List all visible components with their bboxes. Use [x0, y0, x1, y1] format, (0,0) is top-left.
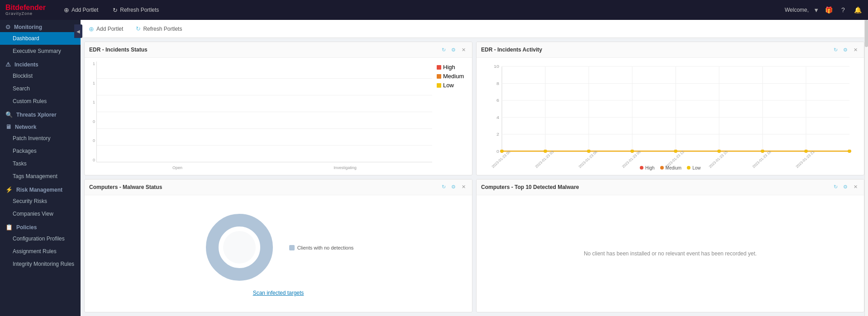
sidebar-section-risk-management[interactable]: ⚡ Risk Management [0, 183, 81, 195]
sidebar-item-integrity-monitoring-rules[interactable]: Integrity Monitoring Rules [0, 258, 81, 270]
scan-link-container: Scan infected targets [253, 289, 304, 296]
sidebar-section-incidents[interactable]: ⚠ Incidents [0, 57, 81, 70]
portlets-grid: EDR - Incidents Status ↻ ⚙ ✕ 1 1 1 [81, 38, 868, 316]
svg-point-45 [804, 150, 807, 153]
svg-text:2023-01-23 15: 2023-01-23 15 [708, 150, 729, 169]
add-portlet-content-button[interactable]: ⊕ Add Portlet [86, 24, 126, 34]
sidebar-item-blocklist[interactable]: Blocklist [0, 70, 81, 82]
refresh-portlet-edr-incidents-activity[interactable]: ↻ [831, 46, 839, 54]
xaxis-labels: Open Investigating [97, 165, 432, 170]
activity-legend-high: High [640, 165, 655, 170]
donut-svg [203, 211, 276, 283]
no-data-text: No client has been installed or no relev… [584, 250, 757, 257]
sidebar-section-network[interactable]: 🖥 Network [0, 120, 81, 132]
add-portlet-content-label: Add Portlet [96, 26, 123, 32]
scrollbar-thumb[interactable] [865, 20, 868, 47]
gift-icon[interactable]: 🎁 [824, 5, 834, 15]
bell-icon[interactable]: 🔔 [853, 5, 863, 15]
portlet-computers-malware-status: Computers - Malware Status ↻ ⚙ ✕ [84, 179, 472, 313]
sidebar-section-threats-xplorer[interactable]: 🔍 Threats Xplorer [0, 108, 81, 120]
sidebar-item-patch-inventory[interactable]: Patch Inventory [0, 132, 81, 145]
refresh-portlets-content-button[interactable]: ↻ Refresh Portlets [133, 24, 185, 34]
monitoring-icon: ⊙ [5, 24, 10, 30]
sidebar-item-tasks[interactable]: Tasks [0, 157, 81, 170]
help-icon[interactable]: ? [838, 5, 848, 15]
main-content: ⊕ Add Portlet ↻ Refresh Portlets EDR - I… [81, 20, 868, 316]
portlet-body-computers-top10-malware: No client has been installed or no relev… [477, 195, 864, 312]
svg-text:0: 0 [496, 149, 499, 154]
refresh-portlet-computers-malware-status[interactable]: ↻ [439, 183, 448, 191]
refresh-portlet-computers-top10-malware[interactable]: ↻ [831, 183, 839, 191]
policies-icon: 📋 [5, 224, 13, 231]
svg-point-38 [500, 150, 503, 153]
close-portlet-edr-incidents-activity[interactable]: ✕ [851, 46, 859, 54]
malware-legend-no-detections: Clients with no detections [289, 245, 354, 250]
svg-text:2023-01-23 00: 2023-01-23 00 [491, 150, 512, 169]
settings-portlet-computers-top10-malware[interactable]: ⚙ [841, 183, 849, 191]
edr-status-chart: 1 1 1 0 0 0 [88, 61, 468, 171]
refresh-portlets-content-label: Refresh Portlets [143, 26, 182, 32]
sidebar-item-configuration-profiles[interactable]: Configuration Profiles [0, 232, 81, 245]
sidebar-item-dashboard[interactable]: Dashboard [0, 32, 81, 45]
portlet-header-computers-top10-malware: Computers - Top 10 Detected Malware ↻ ⚙ … [477, 179, 864, 195]
scan-infected-targets-link[interactable]: Scan infected targets [253, 290, 304, 296]
sidebar-item-executive-summary[interactable]: Executive Summary [0, 45, 81, 57]
svg-point-42 [674, 150, 677, 153]
scrollbar-track [864, 20, 868, 316]
portlet-body-edr-incidents-status: 1 1 1 0 0 0 [85, 58, 472, 175]
risk-icon: ⚡ [5, 186, 13, 193]
sidebar-collapse-button[interactable]: ◀ [74, 24, 82, 38]
portlet-body-computers-malware-status: Clients with no detections Scan infected… [85, 195, 472, 312]
svg-point-43 [717, 150, 720, 153]
close-portlet-computers-top10-malware[interactable]: ✕ [851, 183, 859, 191]
portlet-title-edr-incidents-activity: EDR - Incidents Activity [481, 47, 831, 53]
add-portlet-button[interactable]: ⊕ Add Portlet [60, 5, 102, 15]
hgrid-4 [97, 128, 432, 129]
sidebar-item-search[interactable]: Search [0, 82, 81, 95]
brand-sub: GravityZone [5, 12, 46, 16]
donut-chart [203, 211, 276, 285]
refresh-icon: ↻ [113, 7, 118, 14]
portlet-actions-edr-incidents-activity: ↻ ⚙ ✕ [831, 46, 859, 54]
refresh-portlet-edr-incidents-status[interactable]: ↻ [439, 46, 448, 54]
svg-text:10: 10 [494, 64, 499, 69]
legend-dot-high [437, 65, 441, 70]
svg-point-44 [761, 150, 764, 153]
portlet-title-edr-incidents-status: EDR - Incidents Status [89, 47, 439, 53]
yaxis-labels: 1 1 1 0 0 0 [88, 61, 96, 171]
malware-status-body: Clients with no detections Scan infected… [88, 199, 468, 309]
no-detections-label: Clients with no detections [297, 245, 354, 250]
refresh-label: Refresh Portlets [120, 7, 159, 13]
settings-portlet-edr-incidents-activity[interactable]: ⚙ [841, 46, 849, 54]
sidebar-item-assignment-rules[interactable]: Assignment Rules [0, 245, 81, 258]
settings-portlet-computers-malware-status[interactable]: ⚙ [449, 183, 458, 191]
refresh-portlets-button[interactable]: ↻ Refresh Portlets [109, 5, 162, 15]
sidebar-item-tags-management[interactable]: Tags Management [0, 170, 81, 183]
swatch-no-detections [289, 245, 295, 250]
sidebar-section-policies[interactable]: 📋 Policies [0, 220, 81, 232]
settings-portlet-edr-incidents-status[interactable]: ⚙ [449, 46, 458, 54]
topbar: Bitdefender GravityZone ⊕ Add Portlet ↻ … [0, 0, 868, 20]
activity-legend-high-label: High [645, 165, 655, 170]
sidebar-item-companies-view[interactable]: Companies View [0, 208, 81, 220]
svg-point-40 [587, 150, 590, 153]
svg-text:4: 4 [496, 115, 499, 120]
portlet-actions-computers-top10-malware: ↻ ⚙ ✕ [831, 183, 859, 191]
svg-point-46 [848, 150, 851, 153]
activity-legend-low-label: Low [692, 165, 701, 170]
close-portlet-edr-incidents-status[interactable]: ✕ [459, 46, 467, 54]
content-toolbar: ⊕ Add Portlet ↻ Refresh Portlets [81, 20, 868, 38]
sidebar-section-monitoring[interactable]: ⊙ Monitoring [0, 20, 81, 32]
sidebar-section-incidents-label: Incidents [14, 61, 38, 68]
sidebar-item-custom-rules[interactable]: Custom Rules [0, 95, 81, 108]
activity-legend-medium-label: Medium [665, 165, 682, 170]
sidebar-item-packages[interactable]: Packages [0, 145, 81, 157]
sidebar-item-security-risks[interactable]: Security Risks [0, 195, 81, 208]
portlet-actions-computers-malware-status: ↻ ⚙ ✕ [439, 183, 467, 191]
svg-text:6: 6 [496, 98, 499, 103]
portlet-title-computers-malware-status: Computers - Malware Status [89, 184, 439, 190]
user-dropdown-icon[interactable]: ▼ [813, 7, 819, 14]
close-portlet-computers-malware-status[interactable]: ✕ [459, 183, 467, 191]
legend-low-label: Low [443, 82, 454, 89]
legend-high-label: High [443, 64, 455, 71]
